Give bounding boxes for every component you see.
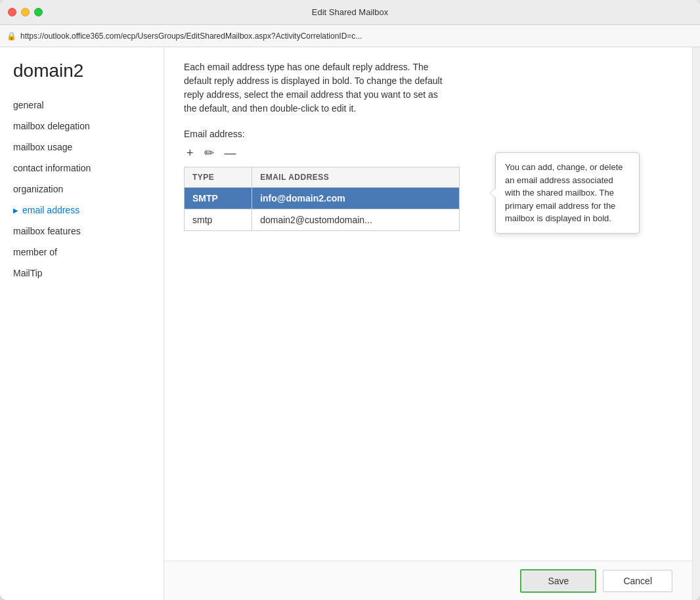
sidebar: domain2 general mailbox delegation mailb… bbox=[0, 47, 164, 600]
sidebar-item-mailbox-features[interactable]: mailbox features bbox=[13, 221, 164, 242]
sidebar-item-label: email address bbox=[22, 205, 79, 215]
cancel-button[interactable]: Cancel bbox=[603, 570, 672, 592]
col-header-type: TYPE bbox=[185, 167, 252, 188]
address-bar: 🔒 https://outlook.office365.com/ecp/User… bbox=[0, 25, 700, 47]
sidebar-item-label: mailbox usage bbox=[13, 142, 72, 152]
row-email: info@domain2.com bbox=[252, 188, 460, 209]
tooltip-text: You can add, change, or delete an email … bbox=[505, 162, 623, 223]
sidebar-item-member-of[interactable]: member of bbox=[13, 242, 164, 263]
sidebar-item-organization[interactable]: organization bbox=[13, 179, 164, 200]
lock-icon: 🔒 bbox=[7, 32, 16, 41]
add-button[interactable]: + bbox=[184, 146, 196, 160]
sidebar-item-general[interactable]: general bbox=[13, 95, 164, 116]
maximize-button[interactable] bbox=[34, 8, 43, 16]
description-text: Each email address type has one default … bbox=[184, 60, 447, 116]
tooltip-box: You can add, change, or delete an email … bbox=[495, 152, 640, 234]
window: Edit Shared Mailbox 🔒 https://outlook.of… bbox=[0, 0, 700, 600]
title-bar: Edit Shared Mailbox bbox=[0, 0, 700, 25]
sidebar-item-label: member of bbox=[13, 247, 57, 257]
content-body: Each email address type has one default … bbox=[164, 47, 692, 561]
sidebar-item-label: organization bbox=[13, 184, 63, 194]
sidebar-item-email-address[interactable]: ▶ email address bbox=[13, 200, 164, 221]
sidebar-item-label: general bbox=[13, 100, 44, 110]
sidebar-item-contact-information[interactable]: contact information bbox=[13, 158, 164, 179]
edit-button[interactable]: ✏ bbox=[202, 146, 217, 160]
sidebar-item-mailbox-delegation[interactable]: mailbox delegation bbox=[13, 116, 164, 137]
row-type: SMTP bbox=[185, 188, 252, 209]
sidebar-item-mailtip[interactable]: MailTip bbox=[13, 263, 164, 284]
sidebar-item-label: contact information bbox=[13, 163, 91, 173]
close-button[interactable] bbox=[8, 8, 16, 16]
sidebar-item-label: mailbox delegation bbox=[13, 121, 90, 131]
sidebar-item-mailbox-usage[interactable]: mailbox usage bbox=[13, 137, 164, 158]
sidebar-item-label: mailbox features bbox=[13, 226, 81, 236]
scrollbar[interactable] bbox=[692, 47, 700, 600]
email-table: TYPE EMAIL ADDRESS SMTP info@domain2.com… bbox=[184, 167, 460, 231]
sidebar-item-label: MailTip bbox=[13, 268, 43, 278]
table-row[interactable]: smtp domain2@customdomain... bbox=[185, 209, 460, 231]
content-panel: Each email address type has one default … bbox=[164, 47, 692, 600]
url-text[interactable]: https://outlook.office365.com/ecp/UsersG… bbox=[20, 32, 362, 41]
window-title: Edit Shared Mailbox bbox=[312, 7, 388, 17]
row-type: smtp bbox=[185, 209, 252, 231]
row-email: domain2@customdomain... bbox=[252, 209, 460, 231]
minimize-button[interactable] bbox=[21, 8, 30, 16]
email-address-label: Email address: bbox=[184, 129, 672, 139]
main-content: domain2 general mailbox delegation mailb… bbox=[0, 47, 700, 600]
active-arrow-icon: ▶ bbox=[13, 207, 18, 214]
traffic-lights bbox=[8, 8, 43, 16]
save-button[interactable]: Save bbox=[520, 569, 596, 593]
table-row[interactable]: SMTP info@domain2.com bbox=[185, 188, 460, 209]
delete-button[interactable]: — bbox=[222, 146, 239, 160]
footer: Save Cancel bbox=[164, 561, 692, 600]
mailbox-name: domain2 bbox=[13, 60, 164, 81]
col-header-email: EMAIL ADDRESS bbox=[252, 167, 460, 188]
